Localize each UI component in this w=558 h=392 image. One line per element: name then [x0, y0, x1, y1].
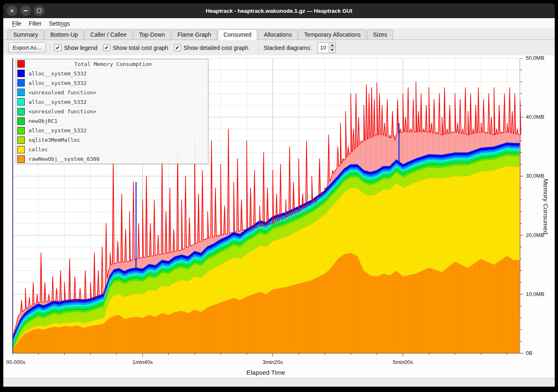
legend-swatch: [17, 60, 25, 68]
spinner-buttons: [329, 43, 336, 53]
tab-consumed[interactable]: Consumed: [218, 29, 258, 40]
y-axis-tick-label: 50,0MB: [526, 55, 544, 61]
y-axis-tick-label: 40,0MB: [526, 114, 544, 120]
legend-label: alloc__system_5332: [28, 127, 87, 134]
legend-swatch: [17, 146, 25, 153]
legend-label: alloc__system_5332: [28, 80, 87, 86]
desktop: { "window": { "title": "Heaptrack - heap…: [0, 0, 558, 392]
legend-label: <unresolved function>: [28, 89, 96, 96]
legend-swatch: [17, 108, 25, 115]
legend-item: newObjRC1: [16, 117, 208, 126]
consumed-chart: 0B10,0MB20,0MB30,0MB40,0MB50,0MB00.000s1…: [3, 55, 555, 378]
legend-swatch: [17, 136, 25, 144]
window-bottom-strip: [3, 378, 555, 387]
tab-sizes[interactable]: Sizes: [367, 30, 393, 40]
heaptrack-window: Heaptrack - heaptrack.wakunode.1.gz — He…: [3, 3, 555, 387]
tab-caller-callee[interactable]: Caller / Callee: [85, 30, 132, 40]
tab-top-down[interactable]: Top-Down: [133, 30, 171, 40]
legend-swatch: [17, 89, 25, 96]
legend-item: alloc__system_5332: [16, 78, 208, 88]
menu-item-filter[interactable]: Filter: [25, 19, 45, 28]
minimize-button[interactable]: [20, 5, 31, 16]
menubar: FileFilterSettings: [3, 18, 555, 29]
x-axis-tick-label: 00.000s: [6, 359, 25, 365]
legend-item: rawNewObj__system_6388: [16, 155, 208, 164]
legend-label: newObjRC1: [28, 118, 57, 124]
legend-label: rawNewObj__system_6388: [28, 156, 99, 162]
spin-down-button[interactable]: [329, 48, 336, 53]
tab-summary[interactable]: Summary: [7, 30, 44, 40]
legend-swatch: [17, 155, 25, 163]
legend-swatch: [17, 127, 25, 134]
toolbar: Export As... ✔Show legend✔Show total cos…: [3, 40, 555, 55]
legend-item: calloc: [16, 145, 208, 155]
window-buttons: ✕: [7, 5, 45, 16]
x-axis-tick-label: 3min20s: [254, 359, 291, 365]
legend-label: Total Memory Consumption: [28, 61, 198, 67]
show-total-cost-graph-checkbox[interactable]: ✔Show total cost graph: [103, 44, 168, 51]
titlebar: Heaptrack - heaptrack.wakunode.1.gz — He…: [3, 3, 555, 18]
y-axis-title: Memory Consumed: [542, 178, 549, 234]
x-axis-tick-label: 5min00s: [384, 359, 421, 365]
legend-swatch: [17, 117, 25, 125]
legend-item: <unresolved function>: [16, 88, 208, 97]
x-axis-tick-label: 1min40s: [124, 359, 161, 365]
stacked-diagrams-spinbox[interactable]: 10: [317, 42, 336, 53]
legend-item: alloc__system_5332: [16, 126, 208, 136]
checkmark-icon: ✔: [54, 44, 61, 51]
tab-flame-graph[interactable]: Flame Graph: [172, 30, 217, 40]
minimize-icon: [24, 10, 28, 11]
legend-item: sqlite3MemMalloc: [16, 136, 208, 145]
legend-label: alloc__system_5332: [28, 70, 87, 77]
legend-swatch: [17, 70, 25, 77]
stacked-diagrams-label: Stacked diagrams:: [264, 45, 312, 51]
spin-up-icon: [331, 44, 334, 46]
maximize-button[interactable]: [34, 5, 45, 16]
stacked-diagrams-value: 10: [318, 43, 329, 53]
legend-item: <unresolved function>: [16, 107, 208, 116]
x-axis-title: Elapsed Time: [246, 369, 285, 376]
menu-item-file[interactable]: File: [8, 19, 25, 28]
toolbar-separator: [258, 43, 259, 52]
y-axis-tick-label: 0B: [526, 350, 532, 357]
toolbar-separator: [50, 43, 50, 52]
maximize-icon: [37, 9, 41, 13]
checkbox-label: Show detailed cost graph: [184, 45, 248, 51]
legend-label: <unresolved function>: [28, 108, 96, 115]
legend-title-row: Total Memory Consumption: [16, 59, 208, 69]
tab-bar: SummaryBottom-UpCaller / CalleeTop-DownF…: [3, 29, 555, 40]
tab-allocations[interactable]: Allocations: [258, 30, 298, 40]
close-button[interactable]: ✕: [7, 5, 17, 16]
menu-item-settings[interactable]: Settings: [45, 19, 74, 28]
export-as-button[interactable]: Export As...: [8, 42, 46, 53]
chart-legend: Total Memory Consumptionalloc__system_53…: [16, 59, 208, 164]
legend-swatch: [17, 79, 25, 87]
window-title: Heaptrack - heaptrack.wakunode.1.gz — He…: [3, 8, 555, 14]
checkmark-icon: ✔: [103, 44, 110, 51]
legend-label: calloc: [28, 146, 48, 153]
legend-swatch: [17, 98, 25, 106]
show-legend-checkbox[interactable]: ✔Show legend: [54, 44, 97, 51]
spin-down-icon: [331, 49, 334, 51]
tab-temporary-allocations[interactable]: Temporary Allocations: [298, 30, 366, 40]
spin-up-button[interactable]: [329, 43, 336, 48]
checkbox-label: Show total cost graph: [113, 45, 168, 51]
close-icon: ✕: [10, 8, 14, 14]
checkmark-icon: ✔: [174, 44, 181, 51]
show-detailed-cost-graph-checkbox[interactable]: ✔Show detailed cost graph: [174, 44, 248, 51]
legend-item: alloc__system_5332: [16, 97, 208, 107]
checkbox-label: Show legend: [64, 45, 97, 51]
legend-label: sqlite3MemMalloc: [28, 137, 80, 143]
y-axis-tick-label: 10,0MB: [526, 291, 544, 298]
legend-label: alloc__system_5332: [28, 99, 87, 105]
checkbox-group: ✔Show legend✔Show total cost graph✔Show …: [54, 44, 254, 51]
tab-bottom-up[interactable]: Bottom-Up: [45, 30, 84, 40]
legend-item: alloc__system_5332: [16, 69, 208, 78]
